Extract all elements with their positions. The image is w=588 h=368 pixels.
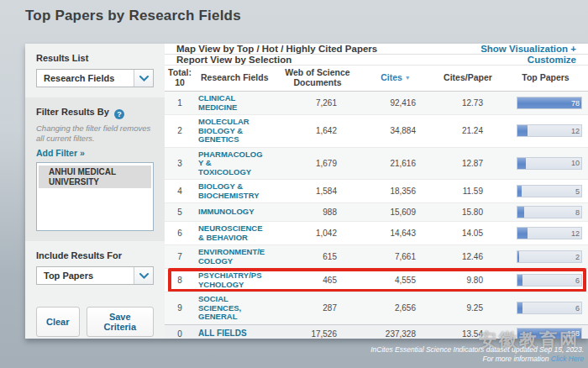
top-papers-bar: 158 — [517, 328, 582, 339]
results-list-select[interactable]: Research Fields — [36, 69, 154, 87]
row-rank: 9 — [165, 303, 195, 313]
top-papers-bar-value: 12 — [571, 125, 580, 136]
row-docs: 7,261 — [276, 98, 359, 108]
row-cites-per-paper: 12.87 — [433, 159, 503, 168]
row-docs: 1,642 — [276, 126, 359, 135]
customize-link[interactable]: Customize — [528, 55, 576, 65]
report-view-bar: Report View by Selection Customize — [165, 55, 588, 66]
row-docs: 1,584 — [276, 187, 359, 196]
map-view-bar: Map View by Top / Hot / Highly Cited Pap… — [165, 44, 588, 55]
row-top-papers: 12 — [503, 124, 588, 137]
help-icon[interactable]: ? — [114, 109, 124, 119]
table-row[interactable]: 2 MOLECULAR BIOLOGY & GENETICS 1,642 34,… — [165, 114, 588, 147]
row-cites-per-paper: 12.46 — [433, 252, 503, 261]
top-papers-bar-value: 2 — [575, 251, 580, 262]
row-rank: 3 — [165, 159, 195, 168]
row-field[interactable]: ALL FIELDS — [195, 329, 276, 339]
top-papers-bar-value: 12 — [571, 228, 580, 239]
table-row[interactable]: 5 IMMUNOLOGY 988 15,609 15.80 8 — [165, 202, 588, 221]
table-body: 1 CLINICAL MEDICINE 7,261 92,416 12.73 7… — [165, 92, 588, 339]
column-header-research-fields: Research Fields — [195, 73, 276, 83]
top-papers-bar-fill — [517, 125, 528, 136]
row-cites-per-paper: 9.25 — [433, 303, 503, 313]
filter-section: Filter Results By ? Changing the filter … — [25, 97, 165, 241]
row-rank: 6 — [165, 229, 195, 238]
row-docs: 465 — [276, 276, 359, 285]
row-rank: 0 — [165, 329, 195, 339]
table-row[interactable]: 6 NEUROSCIENCE & BEHAVIOR 1,042 14,643 1… — [165, 221, 588, 244]
content-area: Results List Research Fields Filter Resu… — [25, 44, 588, 339]
row-rank: 2 — [165, 126, 195, 135]
include-results-select[interactable]: Top Papers — [36, 266, 154, 285]
column-header-top-papers[interactable]: Top Papers — [503, 73, 588, 83]
include-results-value: Top Papers — [37, 271, 134, 281]
map-view-title: Map View by Top / Hot / Highly Cited Pap… — [176, 44, 377, 54]
row-cites: 4,555 — [359, 276, 433, 285]
row-docs: 615 — [276, 252, 359, 261]
top-papers-bar: 78 — [517, 97, 582, 109]
row-field[interactable]: NEUROSCIENCE & BEHAVIOR — [195, 224, 276, 242]
table-row[interactable]: 4 BIOLOGY & BIOCHEMISTRY 1,584 18,356 11… — [165, 179, 588, 202]
row-cites: 92,416 — [359, 98, 433, 108]
row-field[interactable]: SOCIAL SCIENCES, GENERAL — [195, 295, 276, 322]
column-header-wos-documents[interactable]: Web of Science Documents — [276, 68, 359, 87]
clear-button[interactable]: Clear — [36, 307, 80, 337]
table-row[interactable]: 8 PSYCHIATRY/PS YCHOLOGY 465 4,555 9.80 … — [165, 268, 588, 292]
row-cites-per-paper: 14.05 — [433, 229, 503, 238]
column-header-total: Total:10 — [165, 68, 195, 87]
table-header: Total:10 Research Fields Web of Science … — [165, 66, 588, 92]
top-papers-bar: 10 — [517, 157, 582, 170]
row-field[interactable]: BIOLOGY & BIOCHEMISTRY — [195, 182, 276, 200]
page-title: Top Papers by Research Fields — [25, 8, 241, 24]
list-item[interactable]: ANHUI MEDICAL UNIVERSITY — [39, 166, 151, 188]
column-header-cites-per-paper[interactable]: Cites/Paper — [433, 73, 503, 83]
row-top-papers: 6 — [503, 274, 588, 287]
show-visualization-link[interactable]: Show Visualization + — [480, 44, 576, 54]
dataset-note: InCites Essential Science Indicators dat… — [370, 345, 584, 355]
table-row[interactable]: 7 ENVIRONMENT/E COLOGY 615 7,661 12.46 2 — [165, 244, 588, 268]
top-papers-bar-value: 5 — [575, 186, 580, 197]
row-cites-per-paper: 12.73 — [433, 98, 503, 108]
row-top-papers: 6 — [503, 302, 588, 314]
click-here-link[interactable]: Click Here — [551, 355, 584, 363]
sidebar: Results List Research Fields Filter Resu… — [25, 44, 165, 339]
add-filter-link[interactable]: Add Filter » — [36, 148, 85, 158]
top-papers-bar-fill — [517, 228, 528, 239]
row-field[interactable]: CLINICAL MEDICINE — [195, 94, 276, 112]
column-header-cites[interactable]: Cites ▼ — [359, 73, 433, 83]
results-list-value: Research Fields — [37, 73, 134, 83]
top-papers-bar-fill — [517, 207, 524, 218]
row-field[interactable]: IMMUNOLOGY — [195, 208, 276, 217]
row-cites: 237,328 — [359, 329, 433, 339]
top-papers-bar: 6 — [517, 302, 582, 314]
table-row[interactable]: 9 SOCIAL SCIENCES, GENERAL 287 2,656 9.2… — [165, 292, 588, 324]
row-rank: 8 — [165, 276, 195, 285]
table-row[interactable]: 3 PHARMACOLOG Y & TOXICOLOGY 1,679 21,61… — [165, 147, 588, 180]
top-papers-bar-fill — [517, 251, 519, 262]
include-results-section: Include Results For Top Papers — [25, 241, 165, 295]
table-row[interactable]: 1 CLINICAL MEDICINE 7,261 92,416 12.73 7… — [165, 92, 588, 114]
row-top-papers: 8 — [503, 206, 588, 218]
row-cites: 15,609 — [359, 208, 433, 217]
save-criteria-button[interactable]: Save Criteria — [87, 307, 154, 337]
table-row[interactable]: 0 ALL FIELDS 17,526 237,328 13.54 158 — [165, 324, 588, 339]
row-docs: 988 — [276, 208, 359, 217]
row-field[interactable]: MOLECULAR BIOLOGY & GENETICS — [195, 118, 276, 145]
row-top-papers: 158 — [503, 328, 588, 339]
row-docs: 287 — [276, 303, 359, 313]
row-cites-per-paper: 11.59 — [433, 187, 503, 196]
top-papers-bar: 12 — [517, 227, 582, 239]
row-cites-per-paper: 13.54 — [433, 329, 503, 339]
filter-listbox[interactable]: ANHUI MEDICAL UNIVERSITY — [36, 162, 154, 231]
row-field[interactable]: PHARMACOLOG Y & TOXICOLOGY — [195, 150, 276, 177]
more-info-text: For more information — [483, 355, 551, 363]
row-docs: 17,526 — [276, 329, 359, 339]
row-field[interactable]: PSYCHIATRY/PS YCHOLOGY — [195, 271, 276, 289]
row-field[interactable]: ENVIRONMENT/E COLOGY — [195, 248, 276, 265]
row-top-papers: 5 — [503, 185, 588, 197]
top-papers-bar: 5 — [517, 185, 582, 197]
top-papers-bar-value: 78 — [571, 97, 580, 108]
row-cites: 34,884 — [359, 126, 433, 135]
row-cites-per-paper: 21.24 — [433, 126, 503, 135]
chevron-down-icon — [134, 267, 153, 284]
